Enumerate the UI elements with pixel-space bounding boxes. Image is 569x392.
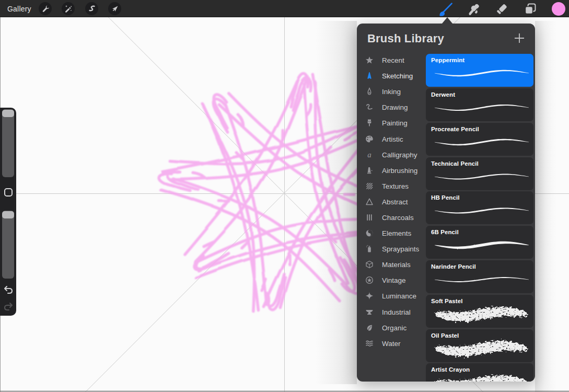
- svg-text:a: a: [367, 151, 371, 159]
